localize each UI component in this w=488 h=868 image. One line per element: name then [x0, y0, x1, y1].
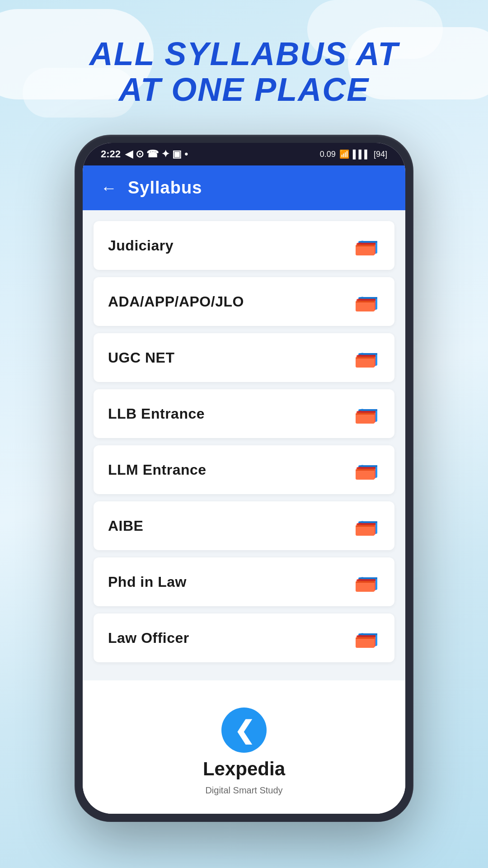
list-item[interactable]: LLB Entrance	[94, 389, 394, 438]
list-item-label: AIBE	[108, 518, 143, 534]
list-item[interactable]: LLM Entrance	[94, 445, 394, 494]
list-item[interactable]: UGC NET	[94, 333, 394, 382]
list-item[interactable]: ADA/APP/APO/JLO	[94, 277, 394, 326]
folder-icon	[355, 291, 380, 312]
folder-icon	[355, 627, 380, 649]
list-item-label: LLM Entrance	[108, 462, 206, 478]
headline-section: ALL SYLLABUS AT AT ONE PLACE	[0, 0, 488, 135]
list-item-label: Judiciary	[108, 237, 174, 254]
app-header: ← Syllabus	[83, 165, 405, 210]
list-item[interactable]: Phd in Law	[94, 557, 394, 606]
list-item-label: ADA/APP/APO/JLO	[108, 293, 244, 310]
folder-icon	[355, 515, 380, 537]
list-item-label: Phd in Law	[108, 574, 187, 590]
lexpedia-tagline: Digital Smart Study	[205, 785, 282, 796]
phone-screen: 2:22 ◀ ⊙ ☎ ✦ ▣ • 0.09 📶 ▌▌▌ [94] ← Sylla…	[83, 143, 405, 814]
folder-icon	[355, 235, 380, 256]
logo-section: ❮ Lexpedia Digital Smart Study	[83, 680, 405, 814]
list-item[interactable]: Law Officer	[94, 613, 394, 662]
folder-icon	[355, 403, 380, 425]
lexpedia-logo[interactable]: ❮	[221, 708, 267, 753]
status-left: 2:22 ◀ ⊙ ☎ ✦ ▣ •	[101, 148, 188, 160]
list-item-label: LLB Entrance	[108, 406, 205, 422]
folder-icon	[355, 347, 380, 368]
status-right: 0.09 📶 ▌▌▌ [94]	[320, 149, 387, 159]
back-button[interactable]: ←	[101, 179, 117, 198]
folder-icon	[355, 459, 380, 481]
headline-text: ALL SYLLABUS AT AT ONE PLACE	[0, 36, 488, 108]
status-signal-bars: ▌▌▌	[353, 150, 370, 159]
folder-icon	[355, 571, 380, 593]
status-bar: 2:22 ◀ ⊙ ☎ ✦ ▣ • 0.09 📶 ▌▌▌ [94]	[83, 143, 405, 165]
status-signal-text: 0.09	[320, 150, 336, 159]
phone-frame: 2:22 ◀ ⊙ ☎ ✦ ▣ • 0.09 📶 ▌▌▌ [94] ← Sylla…	[75, 135, 413, 822]
list-item-label: UGC NET	[108, 349, 175, 366]
list-item-label: Law Officer	[108, 630, 189, 646]
logo-arrow: ❮	[234, 716, 254, 745]
syllabus-list: Judiciary ADA/APP/APO/JLO UG	[83, 210, 405, 680]
status-time: 2:22	[101, 148, 121, 160]
status-wifi-icon: 📶	[339, 149, 349, 159]
list-item[interactable]: Judiciary	[94, 221, 394, 270]
status-icons: ◀ ⊙ ☎ ✦ ▣ •	[125, 148, 188, 160]
status-battery: [94]	[374, 150, 387, 159]
list-item[interactable]: AIBE	[94, 501, 394, 550]
lexpedia-name: Lexpedia	[203, 758, 285, 780]
page-title: Syllabus	[128, 178, 202, 198]
